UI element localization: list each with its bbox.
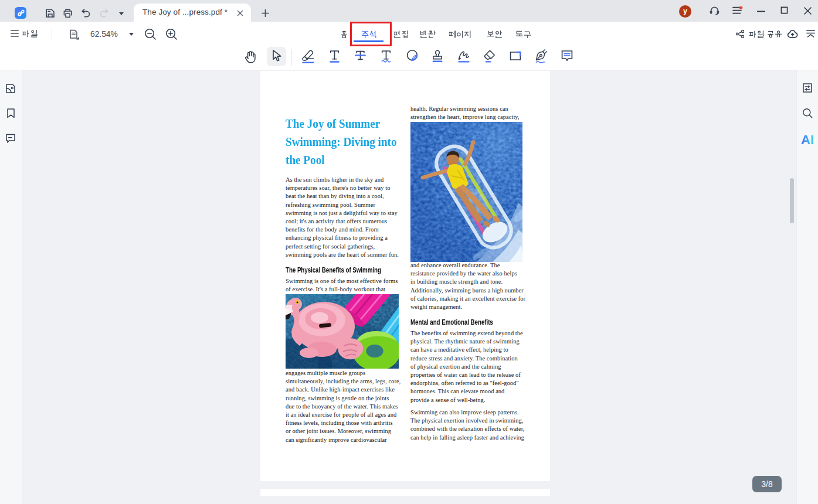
svg-text:AI: AI — [801, 132, 814, 147]
